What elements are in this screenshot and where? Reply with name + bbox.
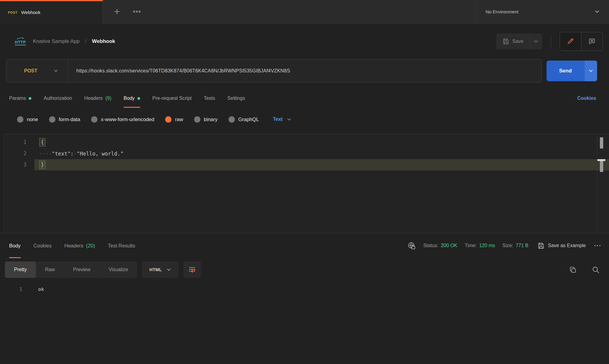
documentation-button-group [560, 32, 603, 51]
tab-settings[interactable]: Settings [227, 89, 245, 108]
headers-count-badge: (9) [105, 96, 112, 101]
chevron-down-icon[interactable] [53, 68, 58, 73]
url-input[interactable]: POST https://hooks.slack.com/services/T0… [6, 59, 542, 82]
editor-line-1: 1 { [4, 137, 609, 148]
environment-label: No Environment [486, 9, 594, 14]
whitespace-dots: · [99, 151, 102, 157]
time-value: 120 ms [479, 243, 495, 248]
tab-strip: POST Webhook No Environment [0, 0, 609, 23]
postman-window: POST Webhook No Environment [0, 0, 609, 364]
body-mode-none[interactable]: none [17, 116, 38, 123]
save-icon [502, 38, 509, 45]
tab-method-badge: POST [8, 11, 18, 14]
save-split-button: Save [496, 33, 542, 49]
save-as-example-label: Save as Example [548, 243, 586, 248]
mode-label: GraphQL [238, 117, 259, 122]
url-bar: POST https://hooks.slack.com/services/T0… [6, 59, 597, 82]
network-globe-lock-icon[interactable] [407, 241, 416, 250]
brace-token: } [39, 161, 45, 169]
comments-button[interactable] [581, 32, 603, 51]
new-tab-button[interactable] [113, 8, 121, 15]
raw-language-selector[interactable]: Text [273, 117, 292, 122]
method-selector-label[interactable]: POST [24, 68, 37, 74]
tab-params[interactable]: Params [9, 89, 31, 108]
whitespace-dots: · [74, 151, 77, 157]
body-mode-raw[interactable]: raw [165, 116, 183, 123]
green-dot-indicator [137, 97, 140, 100]
response-options-button[interactable] [594, 244, 601, 247]
copy-button[interactable] [569, 266, 577, 274]
send-button[interactable]: Send [547, 61, 584, 81]
url-text[interactable]: https://hooks.slack.com/services/T06TD83… [76, 68, 290, 74]
status-indicator: Status: 200 OK [423, 243, 457, 248]
response-tab-body[interactable]: Body [9, 233, 21, 258]
view-raw[interactable]: Raw [36, 261, 64, 278]
radio-icon [91, 116, 97, 123]
body-mode-graphql[interactable]: GraphQL [228, 116, 259, 123]
response-tab-test-results[interactable]: Test Results [108, 233, 135, 258]
edit-request-button[interactable] [560, 32, 581, 51]
environment-selector[interactable]: No Environment [476, 0, 609, 23]
tab-headers[interactable]: Headers (9) [84, 89, 112, 108]
send-split-button: Send [547, 61, 597, 81]
green-dot-indicator [29, 97, 31, 100]
body-mode-form-data[interactable]: form-data [49, 116, 80, 123]
save-options-button[interactable] [529, 33, 542, 49]
active-tab-underline [9, 257, 21, 258]
save-button[interactable]: Save [496, 33, 529, 49]
response-meta: Status: 200 OK Time: 120 ms Size: 771 B … [407, 241, 601, 250]
send-options-button[interactable] [584, 61, 597, 81]
tab-tests[interactable]: Tests [204, 89, 215, 108]
mode-label: raw [175, 117, 183, 122]
response-body-viewer[interactable]: 1 ok [0, 282, 609, 364]
body-mode-x-www-form-urlencoded[interactable]: x-www-form-urlencoded [91, 116, 154, 123]
editor-overview-ruler[interactable] [597, 134, 605, 233]
tab-label: Headers [84, 96, 103, 101]
tab-authorization[interactable]: Authorization [44, 89, 72, 108]
search-button[interactable] [592, 266, 600, 274]
request-header: HTTP Knative Sample App / Webhook Save [0, 23, 609, 59]
mode-label: x-www-form-urlencoded [101, 117, 154, 122]
cookies-link[interactable]: Cookies [577, 96, 596, 101]
editor-line-2: 2 ····"text":·"Hello,·world." [4, 148, 609, 159]
body-mode-binary[interactable]: binary [194, 116, 218, 123]
wrap-lines-button[interactable] [183, 261, 201, 278]
status-value: 200 OK [441, 243, 457, 248]
response-tab-cookies[interactable]: Cookies [34, 233, 52, 258]
collection-name[interactable]: Knative Sample App [33, 38, 80, 44]
editor-line-3: 3 } [4, 159, 609, 170]
tab-pre-request-script[interactable]: Pre-request Script [152, 89, 192, 108]
response-line-number: 1 [0, 286, 30, 292]
code-token: "text": [52, 151, 74, 157]
breadcrumb-separator: / [85, 38, 87, 44]
tab-strip-actions [103, 0, 476, 23]
format-selector[interactable]: HTML [142, 261, 178, 278]
tab-options-button[interactable] [133, 10, 141, 13]
pencil-icon [567, 37, 574, 45]
request-tabs: Params Authorization Headers (9) Body Pr… [0, 89, 609, 108]
request-name[interactable]: Webhook [92, 38, 115, 44]
view-visualize[interactable]: Visualize [100, 261, 137, 278]
plus-icon [113, 8, 121, 15]
size-indicator: Size: 771 B [502, 243, 528, 248]
response-tab-headers[interactable]: Headers (20) [64, 233, 95, 258]
view-segmented-control: Pretty Raw Preview Visualize [5, 261, 137, 278]
code-token: world." [102, 151, 124, 157]
response-view-toolbar: Pretty Raw Preview Visualize HTML [5, 261, 600, 278]
view-preview[interactable]: Preview [64, 261, 100, 278]
chevron-down-icon [287, 117, 292, 122]
tab-label: Headers [64, 243, 83, 249]
tab-label: Cookies [34, 243, 52, 249]
ruler-mark [600, 161, 603, 172]
view-pretty[interactable]: Pretty [5, 261, 36, 278]
divider [68, 59, 68, 82]
request-body-editor[interactable]: 1 { 2 ····"text":·"Hello,·world." 3 } [4, 134, 609, 233]
tab-label: Body [124, 96, 135, 101]
save-as-example-button[interactable]: Save as Example [537, 242, 586, 249]
tab-body[interactable]: Body [124, 89, 140, 108]
request-tab[interactable]: POST Webhook [0, 0, 103, 23]
status-label: Status: [423, 243, 438, 248]
code-line: } [34, 159, 609, 170]
code-line: { [34, 137, 609, 148]
radio-icon [17, 116, 23, 123]
